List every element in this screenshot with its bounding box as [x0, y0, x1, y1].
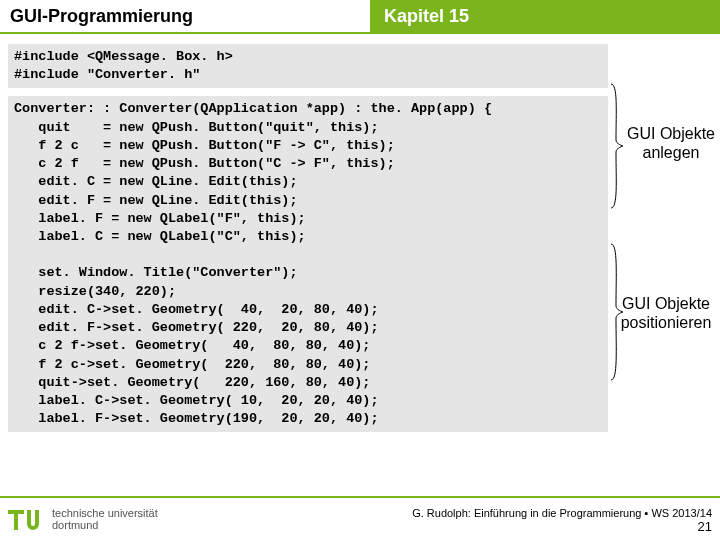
footer-divider: [0, 496, 720, 498]
footer-row: technische universität dortmund G. Rudol…: [0, 502, 720, 540]
code-includes: #include <QMessage. Box. h> #include "Co…: [8, 44, 608, 88]
slide-footer: technische universität dortmund G. Rudol…: [0, 496, 720, 540]
annotation-create: GUI Objekte anlegen: [626, 124, 716, 162]
annotation-position-l1: GUI Objekte: [622, 295, 710, 312]
tu-logo-icon: [8, 504, 44, 536]
university-name-l2: dortmund: [52, 520, 158, 532]
code-constructor: Converter: : Converter(QApplication *app…: [8, 96, 608, 432]
logo: technische universität dortmund: [8, 504, 158, 536]
annotation-position-l2: positionieren: [621, 314, 712, 331]
annotation-position: GUI Objekte positionieren: [616, 294, 716, 332]
slide-content: #include <QMessage. Box. h> #include "Co…: [0, 34, 720, 432]
annotation-create-l1: GUI Objekte: [627, 125, 715, 142]
page-number: 21: [412, 519, 712, 534]
brace-icon: [610, 82, 624, 210]
annotation-create-l2: anlegen: [643, 144, 700, 161]
svg-rect-1: [14, 510, 18, 530]
header-right: Kapitel 15: [370, 0, 720, 32]
footer-right: G. Rudolph: Einführung in die Programmie…: [412, 507, 712, 534]
slide-header: GUI-Programmierung Kapitel 15: [0, 0, 720, 32]
credit-line: G. Rudolph: Einführung in die Programmie…: [412, 507, 712, 519]
header-left: GUI-Programmierung: [0, 0, 370, 32]
university-name: technische universität dortmund: [52, 508, 158, 531]
